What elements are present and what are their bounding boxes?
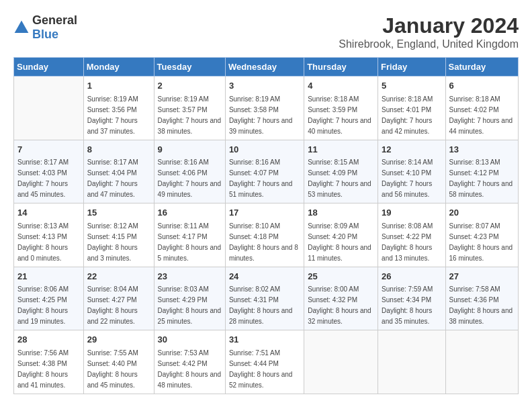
day-info: Sunrise: 8:19 AMSunset: 3:58 PMDaylight:… xyxy=(229,94,300,137)
calendar-cell: 28Sunrise: 7:56 AMSunset: 4:38 PMDayligh… xyxy=(14,330,84,394)
day-number: 25 xyxy=(308,270,374,283)
logo-icon xyxy=(13,19,30,36)
calendar-cell: 10Sunrise: 8:16 AMSunset: 4:07 PMDayligh… xyxy=(225,140,304,203)
day-info: Sunrise: 8:18 AMSunset: 4:01 PMDaylight:… xyxy=(382,94,441,137)
day-number: 12 xyxy=(382,143,441,156)
calendar-cell: 20Sunrise: 8:07 AMSunset: 4:23 PMDayligh… xyxy=(445,203,518,267)
day-number: 20 xyxy=(449,206,515,220)
day-info: Sunrise: 8:12 AMSunset: 4:15 PMDaylight:… xyxy=(87,221,150,264)
calendar-week-4: 21Sunrise: 8:06 AMSunset: 4:25 PMDayligh… xyxy=(14,267,519,330)
calendar-cell: 14Sunrise: 8:13 AMSunset: 4:13 PMDayligh… xyxy=(14,203,84,267)
calendar-cell: 17Sunrise: 8:10 AMSunset: 4:18 PMDayligh… xyxy=(225,203,304,267)
day-number: 13 xyxy=(449,143,515,156)
header-friday: Friday xyxy=(378,58,445,77)
calendar-cell: 19Sunrise: 8:08 AMSunset: 4:22 PMDayligh… xyxy=(378,203,445,267)
calendar-cell: 30Sunrise: 7:53 AMSunset: 4:42 PMDayligh… xyxy=(154,330,225,394)
calendar-cell: 27Sunrise: 7:58 AMSunset: 4:36 PMDayligh… xyxy=(445,267,518,330)
day-info: Sunrise: 8:02 AMSunset: 4:31 PMDaylight:… xyxy=(229,284,300,327)
day-number: 10 xyxy=(229,143,300,156)
day-info: Sunrise: 8:10 AMSunset: 4:18 PMDaylight:… xyxy=(229,221,300,264)
calendar-cell: 15Sunrise: 8:12 AMSunset: 4:15 PMDayligh… xyxy=(83,203,154,267)
calendar-cell: 8Sunrise: 8:17 AMSunset: 4:04 PMDaylight… xyxy=(83,140,154,203)
calendar-week-5: 28Sunrise: 7:56 AMSunset: 4:38 PMDayligh… xyxy=(14,330,519,394)
day-info: Sunrise: 7:55 AMSunset: 4:40 PMDaylight:… xyxy=(87,348,150,391)
day-info: Sunrise: 8:00 AMSunset: 4:32 PMDaylight:… xyxy=(308,284,374,327)
day-info: Sunrise: 7:56 AMSunset: 4:38 PMDaylight:… xyxy=(17,348,80,391)
day-number: 5 xyxy=(382,79,441,93)
calendar-cell: 21Sunrise: 8:06 AMSunset: 4:25 PMDayligh… xyxy=(14,267,84,330)
day-number: 17 xyxy=(229,206,300,220)
page-header: General Blue January 2024 Shirebrook, En… xyxy=(13,13,519,50)
calendar-cell: 9Sunrise: 8:16 AMSunset: 4:06 PMDaylight… xyxy=(154,140,225,203)
calendar-header-row: SundayMondayTuesdayWednesdayThursdayFrid… xyxy=(14,58,519,77)
day-info: Sunrise: 8:03 AMSunset: 4:29 PMDaylight:… xyxy=(158,284,222,327)
calendar-cell: 25Sunrise: 8:00 AMSunset: 4:32 PMDayligh… xyxy=(304,267,378,330)
calendar-cell: 4Sunrise: 8:18 AMSunset: 3:59 PMDaylight… xyxy=(304,77,378,140)
day-number: 22 xyxy=(87,270,150,283)
day-number: 15 xyxy=(87,206,150,220)
calendar-cell: 11Sunrise: 8:15 AMSunset: 4:09 PMDayligh… xyxy=(304,140,378,203)
calendar-cell xyxy=(378,330,445,394)
calendar-cell: 1Sunrise: 8:19 AMSunset: 3:56 PMDaylight… xyxy=(83,77,154,140)
day-info: Sunrise: 8:11 AMSunset: 4:17 PMDaylight:… xyxy=(158,221,222,264)
calendar-cell: 6Sunrise: 8:18 AMSunset: 4:02 PMDaylight… xyxy=(445,77,518,140)
day-number: 27 xyxy=(449,270,515,283)
day-info: Sunrise: 8:19 AMSunset: 3:56 PMDaylight:… xyxy=(87,94,150,137)
day-info: Sunrise: 8:16 AMSunset: 4:06 PMDaylight:… xyxy=(158,157,222,200)
calendar-cell: 5Sunrise: 8:18 AMSunset: 4:01 PMDaylight… xyxy=(378,77,445,140)
day-number: 16 xyxy=(158,206,222,220)
day-info: Sunrise: 8:15 AMSunset: 4:09 PMDaylight:… xyxy=(308,157,374,200)
day-info: Sunrise: 7:58 AMSunset: 4:36 PMDaylight:… xyxy=(449,284,515,327)
day-info: Sunrise: 8:13 AMSunset: 4:13 PMDaylight:… xyxy=(17,221,80,264)
day-number: 9 xyxy=(158,143,222,156)
calendar-cell: 26Sunrise: 7:59 AMSunset: 4:34 PMDayligh… xyxy=(378,267,445,330)
header-saturday: Saturday xyxy=(445,58,518,77)
day-number: 6 xyxy=(449,79,515,93)
day-number: 29 xyxy=(87,333,150,347)
day-info: Sunrise: 8:13 AMSunset: 4:12 PMDaylight:… xyxy=(449,157,515,200)
header-tuesday: Tuesday xyxy=(154,58,225,77)
calendar-cell: 29Sunrise: 7:55 AMSunset: 4:40 PMDayligh… xyxy=(83,330,154,394)
day-info: Sunrise: 8:17 AMSunset: 4:04 PMDaylight:… xyxy=(87,157,150,200)
day-number: 4 xyxy=(308,79,374,93)
day-info: Sunrise: 8:04 AMSunset: 4:27 PMDaylight:… xyxy=(87,284,150,327)
day-info: Sunrise: 8:06 AMSunset: 4:25 PMDaylight:… xyxy=(17,284,80,327)
day-info: Sunrise: 7:59 AMSunset: 4:34 PMDaylight:… xyxy=(382,284,441,327)
day-number: 11 xyxy=(308,143,374,156)
calendar-cell: 22Sunrise: 8:04 AMSunset: 4:27 PMDayligh… xyxy=(83,267,154,330)
day-number: 1 xyxy=(87,79,150,93)
day-info: Sunrise: 8:19 AMSunset: 3:57 PMDaylight:… xyxy=(158,94,222,137)
day-info: Sunrise: 8:07 AMSunset: 4:23 PMDaylight:… xyxy=(449,221,515,264)
calendar-cell: 23Sunrise: 8:03 AMSunset: 4:29 PMDayligh… xyxy=(154,267,225,330)
day-number: 30 xyxy=(158,333,222,347)
title-block: January 2024 Shirebrook, England, United… xyxy=(339,13,519,50)
calendar-week-2: 7Sunrise: 8:17 AMSunset: 4:03 PMDaylight… xyxy=(14,140,519,203)
calendar-cell: 2Sunrise: 8:19 AMSunset: 3:57 PMDaylight… xyxy=(154,77,225,140)
calendar-cell xyxy=(445,330,518,394)
day-number: 26 xyxy=(382,270,441,283)
month-title: January 2024 xyxy=(339,13,519,38)
day-info: Sunrise: 7:51 AMSunset: 4:44 PMDaylight:… xyxy=(229,348,300,391)
calendar-cell: 3Sunrise: 8:19 AMSunset: 3:58 PMDaylight… xyxy=(225,77,304,140)
day-info: Sunrise: 8:08 AMSunset: 4:22 PMDaylight:… xyxy=(382,221,441,264)
calendar-cell xyxy=(14,77,84,140)
calendar-cell: 7Sunrise: 8:17 AMSunset: 4:03 PMDaylight… xyxy=(14,140,84,203)
day-number: 7 xyxy=(17,143,80,156)
location-subtitle: Shirebrook, England, United Kingdom xyxy=(339,38,519,50)
calendar-cell: 12Sunrise: 8:14 AMSunset: 4:10 PMDayligh… xyxy=(378,140,445,203)
logo-text: General Blue xyxy=(32,13,77,42)
header-wednesday: Wednesday xyxy=(225,58,304,77)
header-sunday: Sunday xyxy=(14,58,84,77)
day-number: 28 xyxy=(17,333,80,347)
day-number: 24 xyxy=(229,270,300,283)
calendar-cell: 18Sunrise: 8:09 AMSunset: 4:20 PMDayligh… xyxy=(304,203,378,267)
day-number: 19 xyxy=(382,206,441,220)
day-number: 8 xyxy=(87,143,150,156)
day-number: 3 xyxy=(229,79,300,93)
day-info: Sunrise: 8:18 AMSunset: 3:59 PMDaylight:… xyxy=(308,94,374,137)
header-thursday: Thursday xyxy=(304,58,378,77)
header-monday: Monday xyxy=(83,58,154,77)
calendar-cell: 24Sunrise: 8:02 AMSunset: 4:31 PMDayligh… xyxy=(225,267,304,330)
calendar-table: SundayMondayTuesdayWednesdayThursdayFrid… xyxy=(13,57,519,394)
day-info: Sunrise: 8:14 AMSunset: 4:10 PMDaylight:… xyxy=(382,157,441,200)
